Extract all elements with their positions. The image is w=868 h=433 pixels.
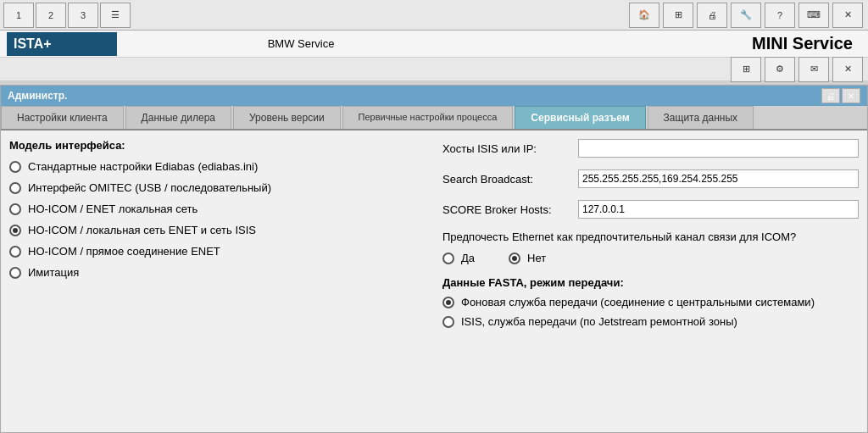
- right-panel: Хосты ISIS или IP: Search Broadcast: SCO…: [442, 139, 859, 328]
- option-icom-enet-isis[interactable]: HO-ICOM / локальная сеть ENET и сеть ISI…: [9, 224, 426, 236]
- logo-area: ISTA+: [7, 32, 117, 56]
- radio-prefer-yes[interactable]: [442, 253, 454, 264]
- option-emulation[interactable]: Имитация: [9, 266, 426, 279]
- search-broadcast-input[interactable]: [578, 169, 859, 188]
- tab-service-connector[interactable]: Сервисный разъем: [515, 106, 645, 129]
- radio-fasta-isis[interactable]: [442, 316, 454, 328]
- prefer-ethernet-text: Предпочесть Ethernet как предпочтительны…: [442, 230, 859, 243]
- dialog-controls: 🖨 ✕: [821, 88, 860, 103]
- print-button[interactable]: 🖨: [697, 3, 727, 28]
- search-broadcast-label: Search Broadcast:: [442, 173, 578, 186]
- keyboard-button[interactable]: ⌨: [798, 3, 829, 28]
- toolbar-right: 🏠 ⊞ 🖨 🔧 ? ⌨ ✕: [629, 3, 865, 28]
- dialog-content: Модель интерфейса: Стандартные настройки…: [1, 130, 867, 336]
- radio-icom-enet-isis[interactable]: [9, 225, 21, 236]
- header-row2-buttons: ⊞ ⚙ ✉ ✕: [731, 57, 865, 82]
- header-row2: ⊞ ⚙ ✉ ✕: [0, 58, 868, 81]
- option-omitec-label: Интерфейс OMITEC (USB / последовательный…: [28, 181, 271, 194]
- left-panel: Модель интерфейса: Стандартные настройки…: [9, 139, 426, 328]
- dialog-close-button[interactable]: ✕: [842, 88, 860, 103]
- radio-icom-enet-local[interactable]: [9, 203, 21, 215]
- option-ediabas-label: Стандартные настройки Ediabas (ediabas.i…: [28, 160, 258, 173]
- help-button[interactable]: ?: [765, 3, 795, 28]
- dialog-title: Администр.: [8, 90, 67, 102]
- close2-button[interactable]: ✕: [832, 57, 863, 82]
- prefer-no-label: Нет: [527, 252, 546, 264]
- option-icom-direct-label: HO-ICOM / прямое соединение ENET: [28, 245, 220, 258]
- tab-primary-settings[interactable]: Первичные настройки процесса: [342, 106, 514, 129]
- score-broker-input[interactable]: [578, 200, 859, 219]
- gear2-button[interactable]: ⚙: [765, 57, 795, 82]
- score-broker-row: SCORE Broker Hosts:: [442, 200, 859, 219]
- radio-icom-direct[interactable]: [9, 246, 21, 258]
- tab-2-button[interactable]: 2: [36, 3, 66, 28]
- grid2-button[interactable]: ⊞: [731, 57, 761, 82]
- prefer-radio-row: Да Нет: [442, 252, 859, 264]
- radio-fasta-background[interactable]: [442, 297, 454, 308]
- fasta-title: Данные FASTA, режим передачи:: [442, 276, 859, 289]
- menu-button[interactable]: ☰: [100, 3, 131, 28]
- radio-prefer-no[interactable]: [509, 253, 520, 264]
- score-broker-label: SCORE Broker Hosts:: [442, 203, 578, 216]
- dialog-titlebar: Администр. 🖨 ✕: [1, 86, 867, 106]
- bmw-service-label: BMW Service: [117, 37, 485, 50]
- isis-hosts-label: Хосты ISIS или IP:: [442, 142, 578, 155]
- option-ediabas[interactable]: Стандартные настройки Ediabas (ediabas.i…: [9, 160, 426, 173]
- option-icom-enet-local[interactable]: HO-ICOM / ENET локальная сеть: [9, 203, 426, 215]
- settings-button[interactable]: 🔧: [731, 3, 761, 28]
- tab-data-protection[interactable]: Защита данных: [648, 106, 754, 129]
- option-icom-enet-local-label: HO-ICOM / ENET локальная сеть: [28, 203, 198, 215]
- prefer-section: Предпочесть Ethernet как предпочтительны…: [442, 230, 859, 264]
- fasta-isis[interactable]: ISIS, служба передачи (по Jetstream ремо…: [442, 315, 859, 328]
- mini-service-label: MINI Service: [485, 34, 861, 53]
- tabs-bar: Настройки клиента Данные дилера Уровень …: [1, 106, 867, 130]
- grid-button[interactable]: ⊞: [663, 3, 693, 28]
- fasta-background-label: Фоновая служба передачи (соединение с це…: [461, 296, 815, 308]
- close-button[interactable]: ✕: [832, 3, 863, 28]
- fasta-options: Фоновая служба передачи (соединение с це…: [442, 296, 859, 328]
- option-omitec[interactable]: Интерфейс OMITEC (USB / последовательный…: [9, 181, 426, 194]
- isis-hosts-row: Хосты ISIS или IP:: [442, 139, 859, 158]
- mail-button[interactable]: ✉: [798, 57, 829, 82]
- option-icom-direct[interactable]: HO-ICOM / прямое соединение ENET: [9, 245, 426, 258]
- radio-omitec[interactable]: [9, 182, 21, 194]
- dialog-print-button[interactable]: 🖨: [821, 88, 840, 103]
- tab-1-button[interactable]: 1: [3, 3, 34, 28]
- prefer-yes[interactable]: Да: [442, 252, 475, 264]
- header-bar: ISTA+ BMW Service MINI Service: [0, 31, 868, 58]
- tab-dealer-data[interactable]: Данные дилера: [125, 106, 231, 129]
- interface-model-options: Стандартные настройки Ediabas (ediabas.i…: [9, 160, 426, 279]
- tab-client-settings[interactable]: Настройки клиента: [1, 106, 124, 129]
- home-button[interactable]: 🏠: [629, 3, 659, 28]
- admin-dialog: Администр. 🖨 ✕ Настройки клиента Данные …: [0, 85, 868, 433]
- prefer-no[interactable]: Нет: [509, 252, 546, 264]
- isis-hosts-input[interactable]: [578, 139, 859, 158]
- option-icom-enet-isis-label: HO-ICOM / локальная сеть ENET и сеть ISI…: [28, 224, 256, 236]
- interface-model-title: Модель интерфейса:: [9, 139, 426, 152]
- fasta-background[interactable]: Фоновая служба передачи (соединение с це…: [442, 296, 859, 308]
- tab-3-button[interactable]: 3: [68, 3, 98, 28]
- search-broadcast-row: Search Broadcast:: [442, 169, 859, 188]
- option-emulation-label: Имитация: [28, 266, 79, 279]
- logo-text: ISTA+: [14, 36, 52, 52]
- top-toolbar: 1 2 3 ☰ 🏠 ⊞ 🖨 🔧 ? ⌨ ✕: [0, 0, 868, 31]
- radio-ediabas[interactable]: [9, 161, 21, 173]
- tab-version-level[interactable]: Уровень версии: [233, 106, 341, 129]
- fasta-isis-label: ISIS, служба передачи (по Jetstream ремо…: [461, 315, 737, 328]
- radio-emulation[interactable]: [9, 267, 21, 279]
- prefer-yes-label: Да: [461, 252, 475, 264]
